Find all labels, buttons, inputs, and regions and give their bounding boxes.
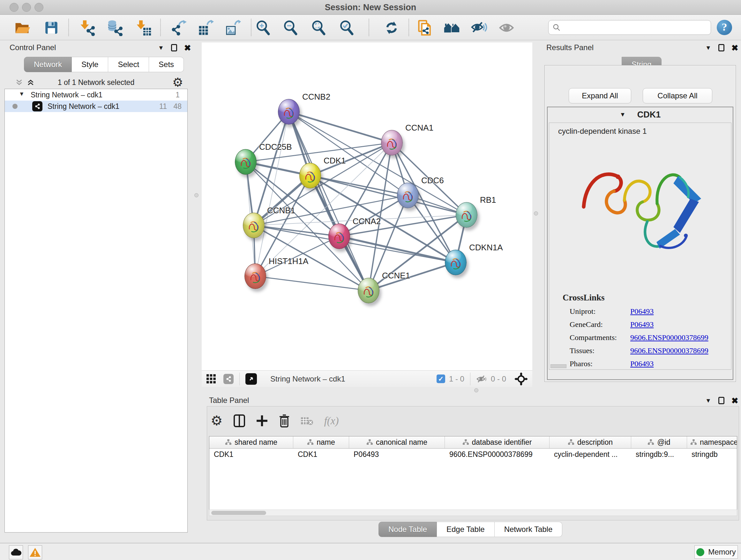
houses-icon[interactable] xyxy=(443,18,461,37)
network-node-cdc6[interactable] xyxy=(397,183,419,208)
gear-icon[interactable]: ⚙ xyxy=(211,415,223,427)
crosshair-icon[interactable] xyxy=(515,372,528,386)
float-panel-icon[interactable]: ▼ xyxy=(158,45,164,51)
table-cell[interactable]: cyclin-dependent ... xyxy=(549,449,631,460)
table-cell[interactable]: CDK1 xyxy=(293,449,349,460)
tab-network-table[interactable]: Network Table xyxy=(495,522,562,537)
table-cell[interactable]: stringdb:9... xyxy=(631,449,687,460)
tree-expander-icon[interactable]: ▼ xyxy=(19,91,24,98)
collapse-all-button[interactable]: Collapse All xyxy=(643,88,712,104)
network-collection-row[interactable]: ▼ String Network – cdk1 1 xyxy=(5,89,187,101)
network-node-cdkn1a[interactable] xyxy=(445,250,467,275)
cloud-button[interactable] xyxy=(9,545,23,559)
grid-view-icon[interactable] xyxy=(206,374,216,384)
network-row-selected[interactable]: String Network – cdk1 11 48 xyxy=(5,101,187,112)
expand-all-button[interactable]: Expand All xyxy=(569,88,631,104)
column-header-database-identifier[interactable]: database identifier xyxy=(445,436,549,448)
open-session-icon[interactable] xyxy=(13,18,31,37)
maximize-panel-icon[interactable] xyxy=(718,44,724,51)
documents-share-icon[interactable] xyxy=(415,18,434,37)
table-cell[interactable]: P06493 xyxy=(349,449,445,460)
left-splitter-handle[interactable] xyxy=(194,193,199,197)
help-icon[interactable]: ? xyxy=(717,20,732,35)
tab-edge-table[interactable]: Edge Table xyxy=(437,522,495,537)
network-edges[interactable] xyxy=(202,43,532,370)
crosslink-link[interactable]: 9606.ENSP00000378699 xyxy=(630,333,709,342)
hide-graphics-icon[interactable] xyxy=(470,18,488,37)
column-header-description[interactable]: description xyxy=(549,436,631,448)
column-header-name[interactable]: name xyxy=(293,436,349,448)
refresh-icon[interactable] xyxy=(382,18,401,37)
close-panel-icon[interactable]: ✖ xyxy=(731,44,738,51)
zoom-in-icon[interactable] xyxy=(254,18,273,37)
column-header-canonical-name[interactable]: canonical name xyxy=(349,436,445,448)
tab-style[interactable]: Style xyxy=(72,57,108,72)
column-header-shared-name[interactable]: shared name xyxy=(209,436,293,448)
crosslink-link[interactable]: P06493 xyxy=(630,320,654,329)
show-columns-icon[interactable] xyxy=(233,415,245,427)
scrollbar-thumb[interactable] xyxy=(211,511,266,515)
zoom-out-icon[interactable] xyxy=(281,18,300,37)
warnings-button[interactable] xyxy=(28,545,42,559)
maximize-panel-icon[interactable] xyxy=(171,44,177,51)
import-table-icon[interactable] xyxy=(134,18,152,37)
column-header-@id[interactable]: @id xyxy=(631,436,687,448)
protein-section-header[interactable]: ▼ CDK1 xyxy=(548,107,733,122)
crosslink-row: Tissues:9606.ENSP00000378699 xyxy=(569,347,731,355)
node-table[interactable]: shared name name canonical name database… xyxy=(209,436,737,516)
network-node-ccna2[interactable] xyxy=(328,224,350,249)
table-row[interactable]: CDK1CDK1P064939606.ENSP00000378699cyclin… xyxy=(209,449,737,460)
save-session-icon[interactable] xyxy=(42,18,61,37)
delete-column-icon[interactable] xyxy=(279,414,290,428)
import-network-database-icon[interactable] xyxy=(105,18,124,37)
search-input[interactable] xyxy=(548,20,711,35)
network-node-cdc25b[interactable] xyxy=(235,149,257,175)
network-canvas[interactable]: CCNB2 CCNA1 CDC25B CDK1 CDC6 RB1 CCNB1 xyxy=(202,43,532,370)
crosslink-row: Compartments:9606.ENSP00000378699 xyxy=(569,333,731,342)
crosslink-link[interactable]: P06493 xyxy=(630,307,654,316)
maximize-panel-icon[interactable] xyxy=(718,397,724,404)
selected-checkbox-icon[interactable]: ✓ xyxy=(436,374,445,383)
table-panel-controls: ▼ ✖ xyxy=(705,397,738,404)
network-node-cdk1[interactable] xyxy=(299,163,321,188)
bottom-splitter-handle[interactable] xyxy=(474,388,478,392)
tab-sets[interactable]: Sets xyxy=(149,57,184,72)
zoom-selected-icon[interactable] xyxy=(338,18,356,37)
table-panel-title: Table Panel xyxy=(209,396,249,405)
zoom-fit-icon[interactable] xyxy=(310,18,328,37)
mini-scrollbar[interactable] xyxy=(550,364,566,368)
export-image-icon[interactable] xyxy=(223,18,242,37)
network-node-ccna1[interactable] xyxy=(381,130,403,155)
section-expander-icon[interactable]: ▼ xyxy=(620,111,626,118)
gear-icon[interactable]: ⚙ xyxy=(172,77,183,88)
export-table-icon[interactable] xyxy=(196,18,215,37)
close-panel-icon[interactable]: ✖ xyxy=(184,44,191,51)
table-horizontal-scrollbar[interactable] xyxy=(209,509,737,516)
export-network-icon[interactable] xyxy=(169,18,188,37)
network-node-hist1h1a[interactable] xyxy=(245,263,266,289)
network-node-ccne1[interactable] xyxy=(358,278,380,303)
network-view-share-icon[interactable] xyxy=(223,374,233,384)
column-header-namespace[interactable]: namespace xyxy=(687,436,737,448)
network-node-ccnb2[interactable] xyxy=(278,99,300,125)
import-network-file-icon[interactable] xyxy=(78,18,96,37)
memory-button[interactable]: Memory xyxy=(694,545,738,559)
table-cell[interactable]: 9606.ENSP00000378699 xyxy=(445,449,549,460)
add-column-icon[interactable] xyxy=(256,415,268,427)
network-node-rb1[interactable] xyxy=(456,202,477,228)
tab-select[interactable]: Select xyxy=(108,57,149,72)
float-panel-icon[interactable]: ▼ xyxy=(705,45,711,51)
tab-node-table[interactable]: Node Table xyxy=(379,522,437,537)
crosslink-link[interactable]: 9606.ENSP00000378699 xyxy=(630,347,709,355)
float-panel-icon[interactable]: ▼ xyxy=(705,397,711,404)
crosslink-link[interactable]: P06493 xyxy=(630,360,654,368)
right-splitter-handle[interactable] xyxy=(534,211,538,215)
table-cell[interactable]: stringdb xyxy=(687,449,737,460)
network-node-ccnb1[interactable] xyxy=(243,212,265,238)
birds-eye-view-icon[interactable] xyxy=(246,373,257,385)
close-panel-icon[interactable]: ✖ xyxy=(731,397,738,404)
show-graphics-icon[interactable] xyxy=(498,18,516,37)
node-label-hist1h1a: HIST1H1A xyxy=(269,256,308,266)
table-cell[interactable]: CDK1 xyxy=(209,449,293,460)
tab-network[interactable]: Network xyxy=(24,57,72,72)
